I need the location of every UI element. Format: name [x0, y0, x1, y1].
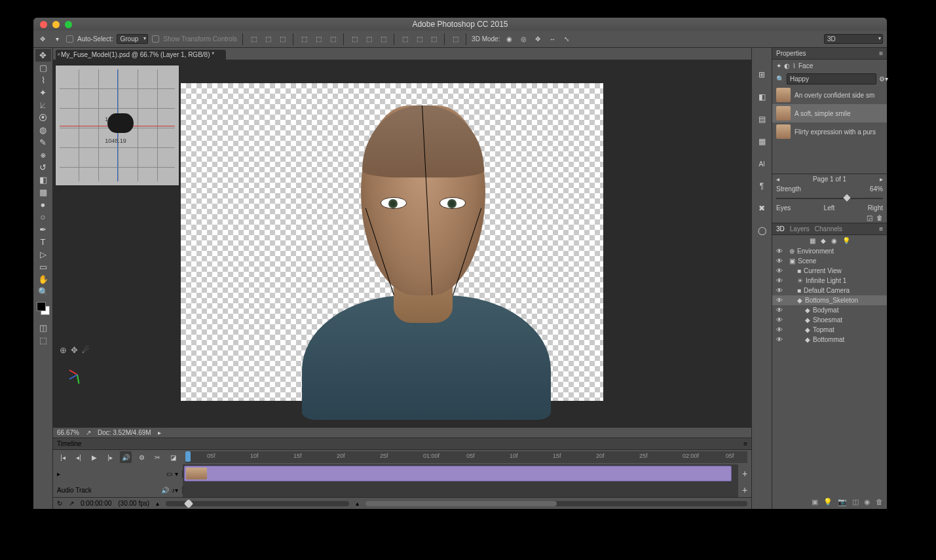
- visibility-eye-icon[interactable]: 👁: [775, 326, 784, 333]
- move-tool[interactable]: ✥: [35, 49, 51, 62]
- tl-audio-button[interactable]: 🔊: [120, 451, 132, 463]
- col-color-icon[interactable]: ◧: [755, 90, 769, 104]
- page-next-icon[interactable]: ▸: [880, 176, 883, 183]
- col-paragraph-icon[interactable]: ¶: [755, 179, 769, 193]
- align-left-icon[interactable]: ⬚: [299, 34, 309, 45]
- maximize-window-button[interactable]: [65, 21, 72, 28]
- auto-align-icon[interactable]: ⬚: [450, 34, 460, 45]
- 3d-filter-mesh-icon[interactable]: ◆: [821, 237, 826, 244]
- visibility-eye-icon[interactable]: 👁: [775, 257, 784, 265]
- expression-preset[interactable]: An overly confident side sm: [772, 86, 887, 104]
- track-option-1-icon[interactable]: ▭: [166, 470, 172, 477]
- workspace-dropdown[interactable]: 3D: [824, 34, 883, 44]
- close-window-button[interactable]: [40, 21, 47, 28]
- distribute-3-icon[interactable]: ⬚: [378, 34, 388, 45]
- blur-tool[interactable]: ●: [35, 198, 51, 211]
- visibility-eye-icon[interactable]: 👁: [775, 267, 784, 274]
- clone-stamp-tool[interactable]: ⎈: [35, 149, 51, 161]
- 3d-slide-icon[interactable]: ↔: [547, 34, 557, 45]
- expression-preset[interactable]: Flirty expression with a purs: [772, 122, 887, 141]
- 3d-new-mesh-icon[interactable]: ◫: [852, 498, 859, 506]
- tree-row[interactable]: 👁■Current View: [772, 266, 887, 276]
- canvas[interactable]: 1048.19 1048.19: [53, 60, 751, 427]
- path-select-tool[interactable]: ▷: [35, 248, 51, 261]
- col-histogram-icon[interactable]: ⊞: [755, 67, 769, 82]
- tree-row[interactable]: 👁☀Infinite Light 1: [772, 276, 887, 286]
- auto-select-checkbox[interactable]: [66, 35, 73, 43]
- align-top-icon[interactable]: ⬚: [248, 34, 259, 45]
- properties-menu-icon[interactable]: ≡: [879, 50, 883, 57]
- tl-first-frame-button[interactable]: |◂: [57, 451, 69, 463]
- panel-tabs-menu-icon[interactable]: ≡: [879, 225, 883, 233]
- 3d-new-light-icon[interactable]: 💡: [823, 498, 833, 506]
- align-bottom-icon[interactable]: ⬚: [277, 34, 288, 45]
- visibility-eye-icon[interactable]: 👁: [775, 316, 784, 324]
- strength-slider[interactable]: [776, 195, 883, 202]
- add-video-track-button[interactable]: +: [738, 468, 751, 479]
- col-libraries-icon[interactable]: ▦: [755, 134, 769, 149]
- lasso-tool[interactable]: ⌇: [35, 74, 51, 86]
- 3d-orbit-icon[interactable]: ◉: [504, 34, 514, 45]
- hand-tool[interactable]: ✋: [35, 273, 51, 286]
- magic-wand-tool[interactable]: ✦: [35, 86, 51, 99]
- distribute-6-icon[interactable]: ⬚: [428, 34, 439, 45]
- visibility-eye-icon[interactable]: 👁: [775, 307, 784, 314]
- 3d-ground-icon[interactable]: ⊕: [60, 345, 67, 355]
- tl-render-icon[interactable]: ↗: [69, 500, 74, 507]
- tool-preset-dropdown[interactable]: ▾: [52, 34, 62, 45]
- 3d-roll-icon[interactable]: ◎: [518, 34, 529, 45]
- col-tools-icon[interactable]: ✖: [755, 201, 769, 215]
- 3d-new-material-icon[interactable]: ◉: [864, 498, 870, 506]
- gradient-tool[interactable]: ▦: [35, 186, 51, 198]
- tl-zoom-out-icon[interactable]: ▴: [156, 500, 159, 507]
- tl-zoom-slider[interactable]: [166, 501, 349, 506]
- timeline-menu-icon[interactable]: ≡: [743, 440, 747, 447]
- type-tool[interactable]: T: [35, 236, 51, 248]
- screen-mode-tool[interactable]: ⬚: [35, 334, 51, 346]
- align-right-icon[interactable]: ⬚: [328, 34, 338, 45]
- track-option-2-icon[interactable]: ▾: [175, 470, 178, 477]
- show-transform-checkbox[interactable]: [152, 35, 159, 43]
- zoom-tool[interactable]: 🔍: [35, 286, 51, 298]
- tab-layers[interactable]: Layers: [790, 225, 810, 233]
- video-track-expand-icon[interactable]: ▸: [57, 470, 60, 477]
- 3d-render-icon[interactable]: ▣: [812, 498, 818, 506]
- reset-expression-icon[interactable]: ◲: [867, 214, 872, 221]
- tl-play-button[interactable]: ▶: [88, 451, 100, 463]
- color-swatches[interactable]: [37, 302, 50, 315]
- distribute-1-icon[interactable]: ⬚: [349, 34, 360, 45]
- secondary-view-panel[interactable]: 1048.19 1048.19: [55, 65, 179, 186]
- tree-row[interactable]: 👁⊕Environment: [772, 246, 887, 256]
- col-swatches-icon[interactable]: ▤: [755, 112, 769, 126]
- shape-tool[interactable]: ▭: [35, 261, 51, 273]
- add-audio-track-button[interactable]: +: [738, 485, 751, 495]
- col-cc-icon[interactable]: ◯: [755, 223, 769, 238]
- tl-loop-icon[interactable]: ↻: [57, 500, 62, 507]
- tree-row[interactable]: 👁◆Bottoms_Skeleton: [772, 295, 887, 305]
- tl-zoom-in-icon[interactable]: ▴: [356, 500, 359, 507]
- tab-channels[interactable]: Channels: [815, 225, 842, 233]
- visibility-eye-icon[interactable]: 👁: [775, 297, 784, 304]
- visibility-eye-icon[interactable]: 👁: [775, 277, 784, 284]
- quick-mask-tool[interactable]: ◫: [35, 322, 51, 334]
- tl-settings-button[interactable]: ⚙: [136, 451, 147, 463]
- minimize-window-button[interactable]: [52, 21, 60, 28]
- search-settings-icon[interactable]: ⚙▾: [879, 75, 888, 83]
- page-prev-icon[interactable]: ◂: [776, 176, 779, 183]
- playhead[interactable]: [185, 451, 191, 462]
- brush-tool[interactable]: ✎: [35, 136, 51, 149]
- expression-preset[interactable]: A soft, simple smile: [772, 104, 887, 122]
- tab-3d[interactable]: 3D: [776, 225, 785, 233]
- tree-row[interactable]: 👁▣Scene: [772, 256, 887, 266]
- dodge-tool[interactable]: ○: [35, 211, 51, 223]
- video-track[interactable]: [183, 464, 738, 483]
- status-popup-icon[interactable]: ↗: [86, 429, 91, 436]
- align-hcenter-icon[interactable]: ⬚: [313, 34, 324, 45]
- tl-prev-frame-button[interactable]: ◂|: [73, 451, 84, 463]
- 3d-filter-scene-icon[interactable]: ▦: [810, 237, 815, 244]
- tree-row[interactable]: 👁◆Shoesmat: [772, 315, 887, 325]
- zoom-level[interactable]: 66.67%: [57, 429, 79, 436]
- distribute-2-icon[interactable]: ⬚: [364, 34, 374, 45]
- 3d-scale-icon[interactable]: ⤡: [561, 34, 572, 45]
- tree-row[interactable]: 👁◆Bodymat: [772, 305, 887, 315]
